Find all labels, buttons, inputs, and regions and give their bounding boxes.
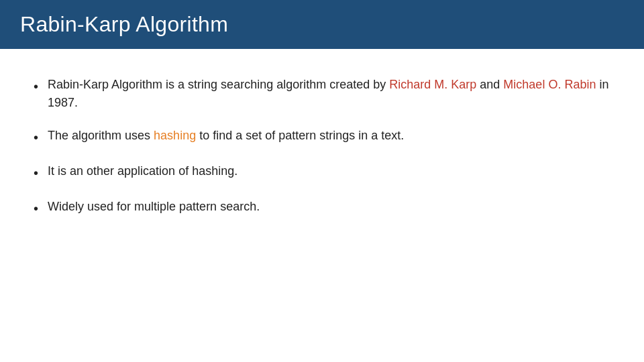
bullet-item-3: • It is an other application of hashing. [34,162,610,183]
bullet-dot-4: • [34,198,38,219]
highlight-richard-karp: Richard M. Karp [389,78,476,91]
highlight-hashing: hashing [154,129,196,142]
bullet-dot-3: • [34,163,38,183]
slide-content: • Rabin-Karp Algorithm is a string searc… [0,49,644,362]
slide: Rabin-Karp Algorithm • Rabin-Karp Algori… [0,0,644,362]
bullet-text-3: It is an other application of hashing. [48,162,610,180]
bullet-text-1: Rabin-Karp Algorithm is a string searchi… [48,76,610,112]
bullet-dot-2: • [34,127,38,147]
bullet-dot-1: • [34,76,38,97]
bullet-item-2: • The algorithm uses hashing to find a s… [34,127,610,147]
slide-title: Rabin-Karp Algorithm [20,12,228,37]
bullet-item-4: • Widely used for multiple pattern searc… [34,198,610,219]
slide-header: Rabin-Karp Algorithm [0,0,644,49]
bullet-item-1: • Rabin-Karp Algorithm is a string searc… [34,76,610,112]
bullet-text-4: Widely used for multiple pattern search. [48,198,610,216]
highlight-michael-rabin: Michael O. Rabin [503,78,596,91]
bullet-text-2: The algorithm uses hashing to find a set… [48,127,610,145]
